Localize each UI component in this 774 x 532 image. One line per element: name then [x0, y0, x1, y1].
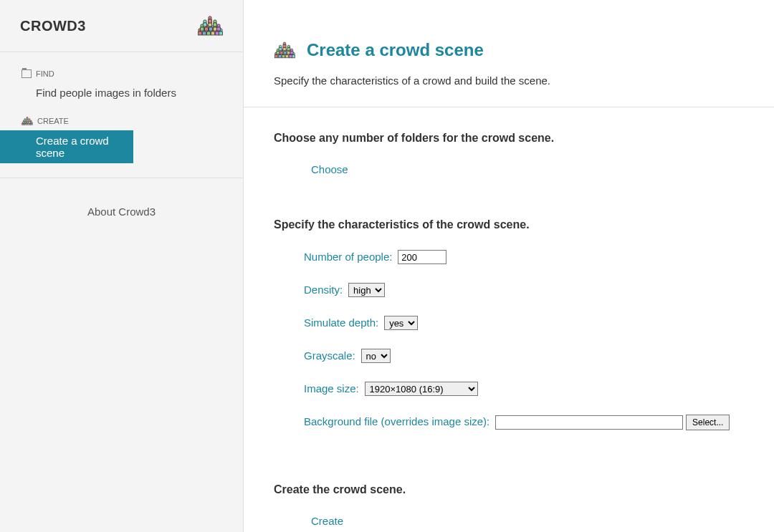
field-label: Background file (overrides image size): [304, 415, 489, 427]
field-grayscale: Grayscale: no [274, 344, 774, 367]
nav-item-find-people[interactable]: Find people images in folders [0, 82, 243, 103]
main-content: Create a crowd scene Specify the charact… [244, 0, 774, 532]
field-label: Grayscale: [304, 349, 355, 362]
nav-section-label: FIND [36, 69, 54, 78]
page-header: Create a crowd scene [244, 0, 774, 74]
nav-item-label: Find people images in folders [36, 87, 176, 99]
field-density: Density: high [274, 279, 774, 301]
nav-section-create: CREATE [0, 112, 243, 130]
section-characteristics: Specify the characteristics of the crowd… [244, 194, 774, 459]
field-depth: Simulate depth: yes [274, 311, 774, 334]
crowd-icon [274, 42, 295, 59]
sidebar: CROWD3 FIND Find people images in folder… [0, 0, 244, 532]
nav-item-create-crowd[interactable]: Create a crowd scene [0, 130, 133, 163]
select-file-button[interactable]: Select... [686, 415, 730, 430]
section-title: Create the crowd scene. [274, 483, 774, 496]
choose-button[interactable]: Choose [274, 159, 774, 180]
field-bg-file: Background file (overrides image size): … [274, 410, 774, 435]
page-subtitle: Specify the characteristics of a crowd a… [244, 74, 774, 107]
field-label: Image size: [304, 382, 359, 395]
section-title: Choose any number of folders for the cro… [274, 132, 774, 145]
field-label: Simulate depth: [304, 316, 378, 329]
grayscale-select[interactable]: no [361, 349, 391, 363]
field-label: Number of people: [304, 251, 392, 263]
image-size-select[interactable]: 1920×1080 (16:9) [365, 382, 478, 396]
bottom-nav: About Crowd3 [0, 178, 243, 232]
about-label: About Crowd3 [87, 205, 156, 218]
section-folders: Choose any number of folders for the cro… [244, 107, 774, 194]
page-title: Create a crowd scene [307, 40, 484, 60]
nav-section-find: FIND [0, 65, 243, 82]
bg-file-input[interactable] [495, 415, 683, 430]
about-link[interactable]: About Crowd3 [0, 191, 243, 232]
folder-icon [22, 69, 32, 78]
create-label: Create [311, 515, 343, 527]
field-num-people: Number of people: [274, 246, 774, 269]
crowd-icon [197, 16, 223, 36]
nav-section-label: CREATE [37, 117, 69, 125]
nav-item-label: Create a crowd scene [36, 135, 109, 159]
sidebar-header: CROWD3 [0, 0, 243, 52]
field-label: Density: [304, 284, 343, 296]
depth-select[interactable]: yes [384, 316, 418, 330]
crowd-icon [22, 116, 33, 126]
choose-label: Choose [311, 163, 348, 175]
app-title: CROWD3 [20, 18, 86, 34]
create-button[interactable]: Create [274, 511, 774, 531]
section-create: Create the crowd scene. Create [244, 459, 774, 532]
density-select[interactable]: high [348, 283, 385, 297]
field-image-size: Image size: 1920×1080 (16:9) [274, 377, 774, 400]
section-title: Specify the characteristics of the crowd… [274, 218, 774, 231]
nav: FIND Find people images in folders CREAT… [0, 52, 243, 232]
num-people-input[interactable] [398, 250, 446, 264]
